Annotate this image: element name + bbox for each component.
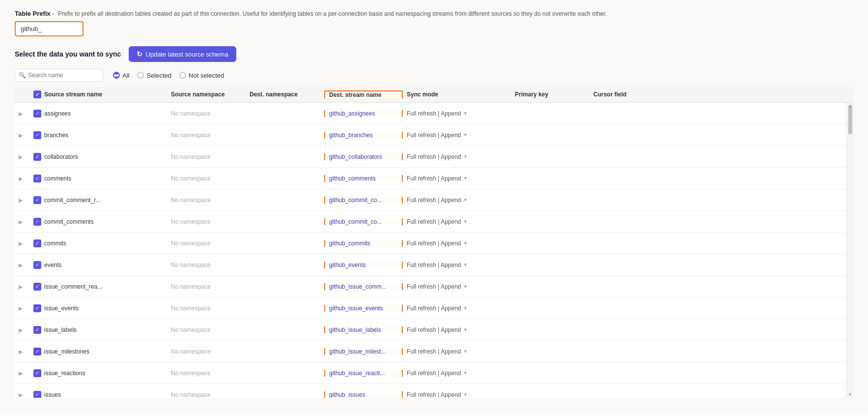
row-checkbox-13[interactable]: ✓	[33, 391, 41, 398]
row-expand-9[interactable]: ▶	[15, 305, 29, 312]
row-checkbox-3[interactable]: ✓	[33, 175, 41, 182]
row-expand-6[interactable]: ▶	[15, 240, 29, 247]
row-checkbox-7[interactable]: ✓	[33, 261, 41, 269]
header-source-namespace: Source namespace	[167, 91, 246, 98]
radio-not-selected-circle	[179, 72, 186, 79]
row-expand-4[interactable]: ▶	[15, 197, 29, 204]
expand-arrow-2[interactable]: ▶	[19, 154, 23, 160]
header-cursor-field: Cursor field	[589, 91, 668, 98]
row-sync-mode-9[interactable]: Full refresh | Append ▼	[403, 305, 511, 312]
expand-arrow-0[interactable]: ▶	[19, 111, 23, 117]
row-checkbox-11[interactable]: ✓	[33, 348, 41, 356]
sync-mode-dropdown-7[interactable]: ▼	[463, 262, 468, 267]
expand-arrow-5[interactable]: ▶	[19, 219, 23, 225]
sync-mode-dropdown-4[interactable]: ▼	[463, 197, 468, 203]
row-expand-0[interactable]: ▶	[15, 110, 29, 117]
row-checkbox-6[interactable]: ✓	[33, 239, 41, 247]
row-checkbox-10[interactable]: ✓	[33, 326, 41, 334]
row-dest-stream-8[interactable]: github_issue_comm...	[324, 283, 403, 290]
row-checkbox-5[interactable]: ✓	[33, 218, 41, 226]
row-checkbox-9[interactable]: ✓	[33, 304, 41, 312]
sync-mode-dropdown-8[interactable]: ▼	[463, 284, 468, 289]
expand-arrow-9[interactable]: ▶	[19, 305, 23, 311]
row-sync-mode-7[interactable]: Full refresh | Append ▼	[403, 262, 511, 268]
sync-mode-dropdown-11[interactable]: ▼	[463, 349, 468, 354]
update-schema-button[interactable]: ↻ Update latest source schema	[129, 46, 236, 62]
row-expand-10[interactable]: ▶	[15, 326, 29, 333]
sync-mode-dropdown-1[interactable]: ▼	[463, 132, 468, 138]
row-name-11: ✓ issue_milestones	[29, 348, 167, 356]
row-sync-mode-6[interactable]: Full refresh | Append ▼	[403, 240, 511, 247]
row-dest-stream-5[interactable]: github_commit_co...	[324, 218, 403, 225]
expand-arrow-13[interactable]: ▶	[19, 392, 23, 398]
expand-arrow-4[interactable]: ▶	[19, 197, 23, 203]
search-input[interactable]	[15, 69, 103, 82]
sync-section-title: Select the data you want to sync	[15, 50, 121, 58]
expand-arrow-7[interactable]: ▶	[19, 262, 23, 268]
row-dest-stream-4[interactable]: github_commit_co...	[324, 197, 403, 204]
select-all-checkbox[interactable]: ✓	[33, 90, 41, 98]
row-checkbox-4[interactable]: ✓	[33, 196, 41, 204]
row-expand-13[interactable]: ▶	[15, 391, 29, 398]
row-dest-stream-11[interactable]: github_issue_milest...	[324, 348, 403, 355]
row-dest-stream-1[interactable]: github_branches	[324, 132, 403, 139]
sync-mode-dropdown-2[interactable]: ▼	[463, 154, 468, 159]
expand-arrow-10[interactable]: ▶	[19, 327, 23, 333]
row-expand-7[interactable]: ▶	[15, 262, 29, 268]
radio-all[interactable]: All	[113, 72, 129, 79]
row-checkbox-1[interactable]: ✓	[33, 131, 41, 139]
scroll-down-arrow[interactable]: ▼	[847, 391, 853, 398]
row-checkbox-8[interactable]: ✓	[33, 283, 41, 291]
row-sync-mode-5[interactable]: Full refresh | Append ▼	[403, 218, 511, 225]
expand-arrow-8[interactable]: ▶	[19, 284, 23, 290]
row-sync-mode-2[interactable]: Full refresh | Append ▼	[403, 153, 511, 160]
row-sync-mode-8[interactable]: Full refresh | Append ▼	[403, 283, 511, 290]
sync-mode-dropdown-10[interactable]: ▼	[463, 327, 468, 332]
row-expand-8[interactable]: ▶	[15, 283, 29, 290]
sync-mode-dropdown-12[interactable]: ▼	[463, 370, 468, 376]
row-sync-mode-0[interactable]: Full refresh | Append ▼	[403, 110, 511, 117]
radio-selected[interactable]: Selected	[137, 72, 171, 79]
row-dest-stream-2[interactable]: github_collaborators	[324, 153, 403, 160]
row-expand-11[interactable]: ▶	[15, 348, 29, 355]
row-sync-mode-1[interactable]: Full refresh | Append ▼	[403, 132, 511, 139]
row-sync-mode-11[interactable]: Full refresh | Append ▼	[403, 348, 511, 355]
row-dest-stream-12[interactable]: github_issue_reacti...	[324, 370, 403, 377]
scrollbar-track[interactable]: ▲ ▼	[846, 103, 853, 398]
radio-not-selected[interactable]: Not selected	[179, 72, 224, 79]
row-expand-12[interactable]: ▶	[15, 370, 29, 377]
expand-arrow-12[interactable]: ▶	[19, 370, 23, 376]
row-sync-mode-13[interactable]: Full refresh | Append ▼	[403, 391, 511, 398]
expand-arrow-3[interactable]: ▶	[19, 176, 23, 181]
row-sync-mode-3[interactable]: Full refresh | Append ▼	[403, 175, 511, 182]
row-dest-stream-7[interactable]: github_events	[324, 262, 403, 268]
sync-mode-dropdown-6[interactable]: ▼	[463, 240, 468, 246]
expand-arrow-6[interactable]: ▶	[19, 240, 23, 246]
table-prefix-input[interactable]	[15, 21, 84, 36]
row-dest-stream-13[interactable]: github_issues	[324, 391, 403, 398]
sync-mode-dropdown-5[interactable]: ▼	[463, 219, 468, 224]
row-dest-stream-6[interactable]: github_commits	[324, 240, 403, 247]
row-dest-stream-9[interactable]: github_issue_events	[324, 305, 403, 312]
row-dest-stream-3[interactable]: github_comments	[324, 175, 403, 182]
scroll-up-arrow[interactable]: ▲	[847, 103, 853, 110]
row-expand-2[interactable]: ▶	[15, 153, 29, 160]
row-dest-stream-10[interactable]: github_issue_labels	[324, 326, 403, 333]
row-checkbox-2[interactable]: ✓	[33, 153, 41, 161]
expand-arrow-11[interactable]: ▶	[19, 349, 23, 355]
row-expand-3[interactable]: ▶	[15, 175, 29, 182]
sync-mode-dropdown-3[interactable]: ▼	[463, 176, 468, 181]
row-dest-stream-0[interactable]: github_assignees	[324, 110, 403, 117]
expand-arrow-1[interactable]: ▶	[19, 132, 23, 138]
sync-mode-dropdown-0[interactable]: ▼	[463, 111, 468, 116]
sync-mode-dropdown-13[interactable]: ▼	[463, 392, 468, 397]
row-checkbox-0[interactable]: ✓	[33, 110, 41, 118]
table-body-wrapper[interactable]: ▶ ✓ assignees No namespace github_assign…	[15, 103, 853, 398]
row-sync-mode-10[interactable]: Full refresh | Append ▼	[403, 326, 511, 333]
row-sync-mode-12[interactable]: Full refresh | Append ▼	[403, 370, 511, 377]
sync-mode-dropdown-9[interactable]: ▼	[463, 305, 468, 311]
row-expand-1[interactable]: ▶	[15, 132, 29, 139]
row-sync-mode-4[interactable]: Full refresh | Append ▼	[403, 197, 511, 204]
row-checkbox-12[interactable]: ✓	[33, 369, 41, 377]
row-expand-5[interactable]: ▶	[15, 218, 29, 225]
